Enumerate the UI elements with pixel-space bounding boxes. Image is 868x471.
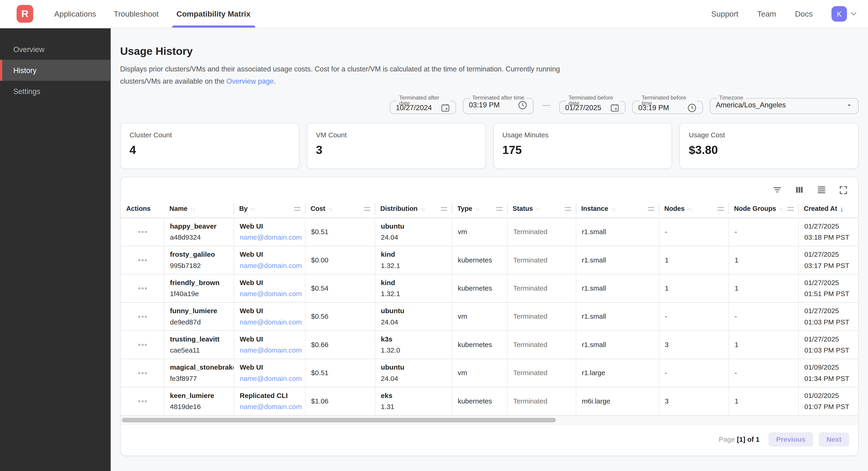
created-by-email-link[interactable]: name@domain.com: [240, 345, 301, 356]
column-separator[interactable]: [452, 203, 452, 214]
column-header[interactable]: By ↑↓: [234, 199, 305, 218]
sort-icon[interactable]: ↑↓: [475, 206, 479, 211]
clock-icon[interactable]: [687, 103, 697, 113]
column-label[interactable]: Node Groups: [734, 205, 776, 213]
nav-link[interactable]: Team: [757, 9, 776, 18]
column-label[interactable]: Created At: [804, 205, 837, 213]
column-label[interactable]: Instance: [581, 205, 608, 213]
column-label[interactable]: Distribution: [380, 205, 417, 213]
sidebar-item[interactable]: Settings: [0, 81, 111, 102]
column-separator[interactable]: [728, 203, 729, 214]
created-by-email-link[interactable]: name@domain.com: [240, 373, 301, 384]
nav-link[interactable]: Support: [711, 9, 739, 18]
terminated-before-date-field[interactable]: Terminated before date 01/27/2025: [559, 95, 625, 114]
nav-link[interactable]: Docs: [795, 9, 813, 18]
column-separator[interactable]: [234, 203, 234, 214]
timezone-select[interactable]: Timezone America/Los_Angeles: [710, 95, 859, 114]
avatar[interactable]: K: [831, 6, 847, 22]
fullscreen-icon[interactable]: [839, 185, 848, 195]
column-header[interactable]: Node Groups ↑↓: [728, 199, 798, 218]
column-menu-icon[interactable]: [648, 206, 654, 211]
row-actions-button[interactable]: •••: [138, 399, 148, 404]
created-by-email-link[interactable]: name@domain.com: [240, 232, 301, 243]
sidebar-item[interactable]: Overview: [0, 39, 111, 60]
column-menu-icon[interactable]: [787, 206, 794, 211]
sort-icon[interactable]: ↑↓: [190, 206, 195, 211]
row-actions-button[interactable]: •••: [138, 314, 148, 319]
timezone-value[interactable]: America/Los_Angeles: [716, 101, 786, 109]
column-label[interactable]: By: [239, 205, 248, 213]
column-separator[interactable]: [576, 203, 576, 214]
row-actions-button[interactable]: •••: [138, 229, 148, 235]
column-header[interactable]: Status ↑↓: [507, 199, 576, 218]
column-menu-icon[interactable]: [294, 206, 301, 211]
terminated-after-date-field[interactable]: Terminated after date 10/27/2024: [390, 95, 456, 114]
replicated-logo[interactable]: R: [17, 5, 33, 23]
sort-icon[interactable]: ↑↓: [779, 206, 783, 211]
next-page-button[interactable]: Next: [819, 432, 849, 447]
column-label[interactable]: Status: [513, 205, 533, 213]
column-separator[interactable]: [507, 203, 507, 214]
column-header[interactable]: Name ↑↓: [164, 199, 234, 218]
terminated-after-date-value[interactable]: 10/27/2024: [396, 104, 432, 112]
sort-icon[interactable]: ↑↓: [687, 206, 692, 211]
account-menu[interactable]: K: [831, 6, 858, 22]
nav-tab[interactable]: Troubleshoot: [105, 0, 167, 28]
terminated-before-date-value[interactable]: 01/27/2025: [565, 104, 601, 112]
column-separator[interactable]: [798, 203, 799, 214]
columns-icon[interactable]: [794, 185, 804, 195]
row-actions-button[interactable]: •••: [138, 370, 148, 376]
chevron-down-icon[interactable]: [849, 9, 858, 18]
sort-icon[interactable]: ↑↓: [611, 206, 615, 211]
row-actions-button[interactable]: •••: [138, 257, 148, 263]
column-menu-icon[interactable]: [565, 206, 571, 211]
sort-icon[interactable]: ↑↓: [421, 206, 425, 211]
terminated-before-time-value[interactable]: 03:19 PM: [638, 104, 669, 112]
column-separator[interactable]: [375, 203, 375, 214]
created-by-email-link[interactable]: name@domain.com: [240, 401, 301, 412]
overview-page-link[interactable]: Overview page: [226, 77, 274, 85]
column-header[interactable]: Instance ↑↓: [576, 199, 659, 218]
sort-icon[interactable]: ↑↓: [535, 206, 540, 211]
previous-page-button[interactable]: Previous: [769, 432, 813, 447]
column-header[interactable]: Created At ↓: [798, 199, 858, 218]
column-separator[interactable]: [659, 203, 659, 214]
created-by-email-link[interactable]: name@domain.com: [240, 260, 301, 271]
column-menu-icon[interactable]: [717, 206, 724, 211]
density-icon[interactable]: [817, 185, 827, 195]
column-label[interactable]: Name: [169, 205, 187, 213]
dropdown-arrow-icon[interactable]: [846, 101, 852, 108]
sort-icon[interactable]: ↑↓: [250, 206, 255, 211]
row-actions-button[interactable]: •••: [138, 286, 148, 291]
horizontal-scrollbar[interactable]: [121, 416, 858, 424]
column-separator[interactable]: [305, 203, 306, 214]
terminated-after-time-field[interactable]: Terminated after time 03:19 PM: [463, 95, 534, 114]
column-header[interactable]: Actions: [121, 199, 164, 218]
calendar-icon[interactable]: [441, 103, 450, 113]
column-menu-icon[interactable]: [364, 206, 370, 211]
terminated-before-time-field[interactable]: Terminated before time 03:19 PM: [632, 95, 703, 114]
column-menu-icon[interactable]: [496, 206, 503, 211]
column-header[interactable]: Distribution ↑↓: [375, 199, 452, 218]
column-label[interactable]: Type: [457, 205, 472, 213]
scrollbar-thumb[interactable]: [122, 417, 556, 422]
column-header[interactable]: Nodes ↑↓: [659, 199, 728, 218]
calendar-icon[interactable]: [610, 103, 619, 113]
column-label[interactable]: Cost: [311, 205, 325, 213]
created-by-email-link[interactable]: name@domain.com: [240, 288, 301, 299]
row-actions-button[interactable]: •••: [138, 342, 148, 348]
clock-icon[interactable]: [518, 100, 528, 110]
column-header[interactable]: Type ↑↓: [452, 199, 507, 218]
column-label[interactable]: Nodes: [664, 205, 685, 213]
filter-icon[interactable]: [772, 185, 782, 195]
created-by-email-link[interactable]: name@domain.com: [240, 317, 301, 328]
nav-tab[interactable]: Applications: [45, 0, 105, 28]
sidebar-item[interactable]: History: [0, 60, 111, 81]
nav-tab[interactable]: Compatibility Matrix: [167, 0, 259, 28]
sort-desc-icon[interactable]: ↓: [840, 205, 844, 213]
column-header[interactable]: Cost ↑↓: [305, 199, 375, 218]
terminated-after-time-value[interactable]: 03:19 PM: [469, 101, 500, 109]
sort-icon[interactable]: ↑↓: [328, 206, 333, 211]
column-label[interactable]: Actions: [126, 205, 151, 213]
column-menu-icon[interactable]: [441, 206, 447, 211]
